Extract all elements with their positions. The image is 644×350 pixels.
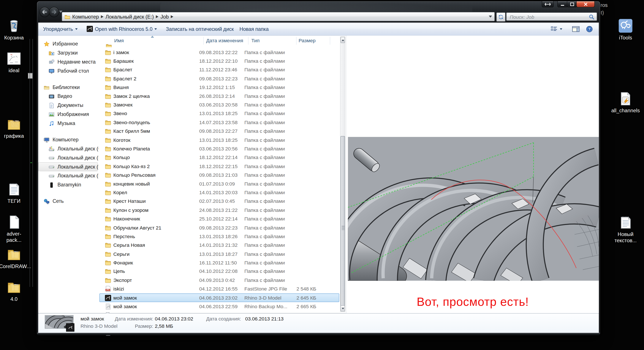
sidebar-section-избранное[interactable]: Избранное [38, 39, 98, 48]
file-row-кольцо[interactable]: Кольцо18.12.2012 22:14Папка с файлами [99, 153, 339, 162]
address-history-caret[interactable] [489, 15, 492, 18]
file-row-экспорт[interactable]: Экспорт04.09.2013 0:42Папка с файлами [99, 276, 339, 285]
open-with-rhinoceros-button[interactable]: Open with Rhinoceros 5.0 [86, 23, 157, 35]
back-button[interactable] [40, 7, 50, 17]
organize-button[interactable]: Упорядочить [43, 23, 78, 35]
sidebar-item-музыка[interactable]: Музыка [38, 119, 98, 128]
file-date-modified: 14.01.2013 21:32 [199, 242, 242, 248]
file-row-звено[interactable]: Звено13.01.2013 18:25Папка с файлами [99, 109, 339, 118]
refresh-button[interactable] [496, 12, 506, 22]
file-row-фонарик[interactable]: Фонарик16.11.2012 11:50Папка с файлами [99, 258, 339, 267]
file-row-коготок[interactable]: Коготок13.01.2013 18:25Папка с файлами [99, 136, 339, 144]
file-row-каст-брилл-5мм[interactable]: Каст брилл 5мм09.08.2013 22:27Папка с фа… [99, 127, 339, 136]
star-icon [44, 41, 50, 47]
file-row-замочек[interactable]: Замочек03.06.2013 20:58Папка с файлами [99, 101, 339, 110]
desktop-icon-графика[interactable]: графика [1, 116, 27, 140]
desktop-icon-ideal[interactable]: ideal [1, 51, 27, 74]
desktop-icon-новый-текстов[interactable]: Новый текстов... [612, 215, 639, 244]
breadcrumb-separator[interactable]: ▶ [101, 14, 104, 19]
sidebar-item-локальный-диск-c[interactable]: Локальный диск (C [38, 144, 98, 153]
sidebar-item-изображения[interactable]: Изображения [38, 110, 98, 119]
sidebar-item-локальный-диск-f[interactable]: Локальный диск (F: [38, 171, 98, 180]
sidebar-item-baramykin[interactable]: Baramykin [38, 180, 98, 189]
address-bar[interactable]: Компьютер ▶ Локальный диск (E:) ▶ Job ▶ [62, 12, 495, 21]
search-box [506, 12, 597, 21]
search-icon[interactable] [589, 14, 594, 20]
change-view-button[interactable] [551, 23, 562, 35]
desktop-icon-itools[interactable]: iTools [612, 18, 639, 41]
column-header-type[interactable]: Тип [251, 38, 260, 43]
sidebar-item-рабочий-стол[interactable]: Рабочий стол [38, 66, 98, 75]
breadcrumb-item[interactable]: Job [160, 14, 168, 20]
file-row-барашек[interactable]: Барашек18.12.2012 22:10Папка с файлами [99, 57, 339, 65]
sidebar-section-компьютер[interactable]: Компьютер [38, 135, 98, 144]
burn-disc-button[interactable]: Записать на оптический диск [166, 23, 234, 35]
file-row-мой-замок[interactable]: мой замок04.06.2013 23:02Rhino 3-D Model… [99, 293, 339, 302]
help-button[interactable]: ? [586, 23, 592, 35]
file-row-крест-наташи[interactable]: Крест Наташи02.07.2013 0:45Папка с файла… [99, 197, 339, 206]
desktop-icon-adver-pack[interactable]: adver-pack... [1, 214, 27, 244]
file-row-замок-2-щелчка[interactable]: Замок 2 щелчка26.08.2013 2:14Папка с фай… [99, 92, 339, 101]
clipped-icon-label-fragment: ros [600, 2, 608, 8]
desktop-icon-корзина[interactable]: Корзина [1, 18, 27, 41]
file-name: Обручалки Август 21 [113, 225, 196, 231]
folder-icon [105, 137, 111, 143]
file-row-перстень[interactable]: Перстень13.01.2013 18:26Папка с файлами [99, 232, 339, 241]
file-row-концевик-новый[interactable]: концевик новый01.07.2013 0:09Папка с фай… [99, 179, 339, 188]
file-row-цепь[interactable]: Цепь04.10.2012 22:08Папка с файлами [99, 267, 339, 276]
preview-pane-toggle[interactable] [572, 23, 580, 35]
file-row-серьга-новая[interactable]: Серьга Новая14.01.2013 21:32Папка с файл… [99, 241, 339, 250]
scroll-down-button[interactable] [340, 305, 345, 312]
maximize-button[interactable] [567, 1, 577, 7]
desktop-icon-all-channels[interactable]: all_channels [612, 91, 639, 114]
column-header-date[interactable]: Дата изменения [206, 38, 243, 43]
vertical-scrollbar[interactable] [340, 36, 346, 312]
file-row-кольцо-каз-яз-2[interactable]: Кольцо Каз-яз 218.12.2012 22:15Папка с ф… [99, 162, 339, 171]
breadcrumb-separator[interactable]: ▶ [156, 14, 158, 19]
sidebar-item-недавние-места[interactable]: Недавние места [38, 57, 98, 66]
file-row-обручалки-август-21[interactable]: Обручалки Август 2109.08.2013 22:23Папка… [99, 223, 339, 232]
file-row-наконечник[interactable]: Наконечник25.10.2012 22:14Папка с файлам… [99, 214, 339, 223]
desktop-icon-4-0[interactable]: 4.0 [1, 280, 27, 303]
column-header-size[interactable]: Размер [298, 38, 316, 43]
scroll-up-button[interactable] [340, 37, 345, 43]
window-bottom-frame [37, 333, 600, 335]
column-header-name[interactable]: Имя [114, 38, 124, 43]
music-icon [48, 120, 54, 127]
breadcrumb-separator[interactable]: ▶ [171, 14, 173, 19]
file-row-колечко-planeta[interactable]: Колечко Planeta03.06.2013 20:56Папка с ф… [99, 144, 339, 153]
forward-button[interactable] [49, 7, 59, 17]
close-button[interactable] [576, 1, 595, 7]
file-row-серьги[interactable]: Серьги13.01.2013 18:27Папка с файлами [99, 250, 339, 258]
desktop-icon-coreldraw[interactable]: CorelDRAW... [1, 247, 27, 270]
file-row-браслет-2[interactable]: Браслет 209.08.2013 22:23Папка с файлами [99, 74, 339, 83]
resize-width-button[interactable] [542, 1, 554, 7]
file-type: Папка с файлами [244, 76, 290, 82]
sidebar-section-сеть[interactable]: Сеть [38, 197, 98, 206]
file-row-i-замок[interactable]: i замок09.08.2013 22:22Папка с файлами [99, 48, 339, 57]
file-name: Наконечник [113, 216, 196, 222]
file-row-мой-замок[interactable]: мой замок04.06.2013 22:59Rhino Backup Mo… [99, 302, 339, 311]
breadcrumb-item[interactable]: Локальный диск (E:) [106, 14, 154, 20]
new-folder-button[interactable]: Новая папка [240, 23, 268, 35]
file-row-кольцо-рельсовая[interactable]: Кольцо Рельсовая09.08.2013 21:03Папка с … [99, 171, 339, 179]
sidebar-item-локальный-диск-d[interactable]: Локальный диск (D [38, 153, 98, 162]
breadcrumb-item[interactable]: Компьютер [72, 14, 99, 20]
file-date-modified: 16.11.2012 11:50 [199, 260, 242, 266]
file-row-вишня[interactable]: Вишня19.12.2012 1:15Папка с файлами [99, 83, 339, 92]
sidebar-item-локальный-диск-e[interactable]: Локальный диск (E: [38, 162, 98, 171]
desktop-icon-теги[interactable]: ТЕГИ [1, 181, 27, 204]
sidebar-section-библиотеки[interactable]: Библиотеки [38, 83, 98, 92]
sidebar-item-видео[interactable]: Видео [38, 92, 98, 101]
file-row-корел[interactable]: Корел14.01.2013 20:03Папка с файлами [99, 188, 339, 197]
file-row-iskizi[interactable]: JPGiskizi04.12.2012 16:55FastStone JPG F… [99, 285, 339, 294]
maximize-icon [570, 2, 574, 6]
file-row-браслет[interactable]: Браслет11.12.2012 23:46Папка с файлами [99, 65, 339, 74]
file-row-звено-полуцепь[interactable]: Звено-полуцепь14.07.2013 23:58Папка с фа… [99, 118, 339, 127]
search-input[interactable] [509, 13, 586, 21]
sidebar-item-загрузки[interactable]: Загрузки [38, 48, 98, 57]
scrollbar-thumb[interactable] [340, 136, 345, 306]
sidebar-item-документы[interactable]: Документы [38, 101, 98, 110]
file-row-кулон-с-узором[interactable]: Кулон с узором24.08.2013 21:22Папка с фа… [99, 206, 339, 215]
minimize-button[interactable] [558, 1, 568, 7]
